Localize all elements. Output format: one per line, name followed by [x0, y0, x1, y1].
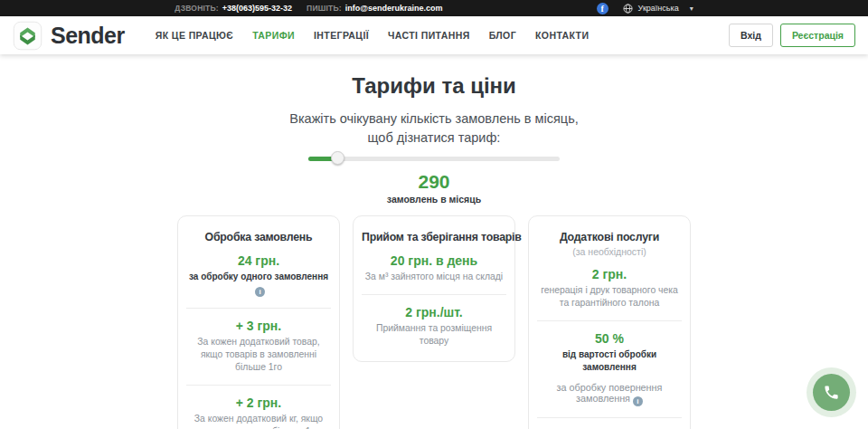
brand-name: Sender: [51, 23, 125, 49]
sender-logo-icon: [13, 21, 42, 51]
login-button[interactable]: Вхід: [729, 24, 773, 47]
price-desc-text: за обробку одного замовлення: [189, 272, 328, 281]
price-desc: за обробку одного замовленняi: [186, 271, 331, 297]
header: Sender ЯК ЦЕ ПРАЦЮЄ ТАРИФИ ІНТЕГРАЦІЇ ЧА…: [0, 16, 868, 54]
topbar-contacts: ДЗВОНІТЬ: +38(063)595-32-32 ПИШІТЬ: info…: [175, 4, 442, 13]
slider-instruction-line2: щоб дізнатися тариф:: [368, 130, 501, 145]
slider-instruction-line1: Вкажіть очікувану кількість замовлень в …: [289, 111, 578, 126]
globe-icon: [623, 4, 633, 14]
price-desc-bold: від вартості обробки замовлення: [537, 348, 682, 374]
nav-tariffs[interactable]: ТАРИФИ: [252, 30, 295, 41]
price-desc: Приймання та розміщення товару: [362, 322, 506, 348]
card-order-processing: Обробка замовлень 24 грн. за обробку одн…: [177, 215, 340, 429]
phone-block: ДЗВОНІТЬ: +38(063)595-32-32: [175, 4, 292, 13]
price: 2 грн./шт.: [362, 305, 506, 319]
main-nav: ЯК ЦЕ ПРАЦЮЄ ТАРИФИ ІНТЕГРАЦІЇ ЧАСТІ ПИТ…: [156, 30, 590, 41]
call-label: ДЗВОНІТЬ:: [175, 4, 218, 13]
orders-count: 290: [0, 171, 868, 193]
divider: [537, 417, 682, 418]
main-content: Тарифи та ціни Вкажіть очікувану кількіс…: [0, 54, 868, 429]
auth-buttons: Вхід Реєстрація: [729, 24, 855, 47]
phone-number[interactable]: +38(063)595-32-32: [222, 4, 292, 13]
price: + 2 грн.: [186, 396, 331, 410]
brand-logo[interactable]: Sender: [13, 21, 125, 51]
language-label: Українська: [638, 4, 679, 13]
info-icon[interactable]: i: [255, 287, 265, 297]
orders-slider[interactable]: [308, 151, 560, 166]
nav-faq[interactable]: ЧАСТІ ПИТАННЯ: [388, 30, 470, 41]
email-link[interactable]: info@senderukraine.com: [345, 4, 443, 13]
card-title: Прийом та зберігання товарів: [362, 231, 506, 243]
nav-contacts[interactable]: КОНТАКТИ: [535, 30, 589, 41]
nav-how-it-works[interactable]: ЯК ЦЕ ПРАЦЮЄ: [156, 30, 233, 41]
pricing-cards: Обробка замовлень 24 грн. за обробку одн…: [0, 215, 868, 429]
divider: [186, 385, 331, 386]
price-desc: за обробку повернення замовленняi: [537, 382, 682, 406]
chevron-down-icon: ▾: [690, 5, 693, 13]
topbar-social-lang: f Українська ▾: [597, 3, 693, 14]
language-selector[interactable]: Українська ▾: [623, 4, 693, 14]
slider-track[interactable]: [308, 157, 560, 161]
price-desc: За кожен додатковий кг, якщо вага замовл…: [186, 413, 331, 429]
price: 20 грн. в день: [362, 253, 506, 268]
price-desc: генерація і друк товарного чека та гаран…: [537, 284, 682, 310]
info-icon[interactable]: i: [633, 396, 643, 406]
phone-icon: [823, 384, 840, 401]
topbar: ДЗВОНІТЬ: +38(063)595-32-32 ПИШІТЬ: info…: [0, 0, 868, 16]
price-desc: За кожен додатковий товар, якщо товарів …: [186, 336, 331, 374]
divider: [362, 294, 506, 295]
price: 50 %: [537, 331, 682, 346]
call-widget-button[interactable]: [807, 367, 856, 417]
nav-integrations[interactable]: ІНТЕГРАЦІЇ: [314, 30, 369, 41]
slider-instruction: Вкажіть очікувану кількість замовлень в …: [0, 110, 868, 148]
card-title: Обробка замовлень: [186, 231, 331, 243]
card-extra-services: Додаткові послуги (за необхідності) 2 гр…: [528, 215, 691, 429]
price-desc-text: за обробку повернення замовлення: [557, 382, 663, 404]
divider: [537, 320, 682, 321]
email-block: ПИШІТЬ: info@senderukraine.com: [307, 4, 442, 13]
call-widget-inner: [813, 374, 850, 411]
nav-blog[interactable]: БЛОГ: [489, 30, 516, 41]
price-desc: За м³ зайнятого місця на складі: [362, 271, 506, 283]
slider-handle[interactable]: [331, 151, 344, 165]
price: 24 грн.: [186, 253, 331, 268]
price: + 3 грн.: [186, 319, 331, 333]
write-label: ПИШІТЬ:: [307, 4, 342, 13]
card-subtitle: (за необхідності): [537, 246, 682, 257]
page-title: Тарифи та ціни: [0, 73, 868, 99]
divider: [186, 308, 331, 309]
register-button[interactable]: Реєстрація: [780, 24, 855, 47]
card-title: Додаткові послуги: [537, 231, 682, 243]
price: 2 грн.: [537, 267, 682, 281]
orders-count-label: замовлень в місяць: [0, 194, 868, 205]
facebook-icon[interactable]: f: [597, 3, 609, 14]
card-storage: Прийом та зберігання товарів 20 грн. в д…: [353, 215, 515, 362]
